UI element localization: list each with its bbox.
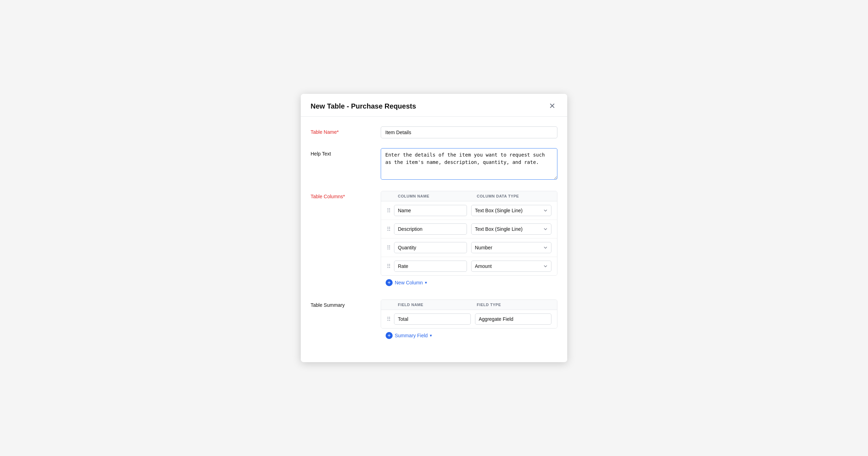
summary-field-type-input[interactable] [475, 313, 552, 325]
column-type-select[interactable]: Text Box (Single Line) Number Amount [471, 223, 552, 235]
drag-handle-icon[interactable]: ⠿ [387, 316, 391, 323]
table-row: ⠿ Text Box (Single Line) Number Amount [381, 257, 557, 275]
column-name-input[interactable] [394, 205, 467, 216]
chevron-down-icon: ▾ [425, 280, 427, 285]
drag-handle-icon[interactable]: ⠿ [387, 244, 391, 251]
column-name-input[interactable] [394, 261, 467, 272]
drag-handle-icon[interactable]: ⠿ [387, 226, 391, 233]
modal: New Table - Purchase Requests ✕ Table Na… [301, 94, 567, 362]
summary-name-header: FIELD NAME [398, 303, 473, 307]
summary-field-button[interactable]: + Summary Field ▾ [381, 329, 437, 343]
table-row: ⠿ [381, 310, 557, 328]
column-type-header: COLUMN DATA TYPE [477, 194, 551, 198]
drag-handle-icon[interactable]: ⠿ [387, 207, 391, 214]
new-column-label: New Column [395, 280, 423, 285]
columns-table: COLUMN NAME COLUMN DATA TYPE ⠿ Text Box … [381, 191, 557, 276]
modal-title: New Table - Purchase Requests [311, 102, 416, 110]
help-text-control: Enter the details of the item you want t… [381, 148, 557, 181]
plus-icon: + [386, 279, 393, 286]
modal-header: New Table - Purchase Requests ✕ [301, 94, 567, 117]
table-row: ⠿ Text Box (Single Line) Number Amount [381, 220, 557, 239]
drag-handle-icon[interactable]: ⠿ [387, 263, 391, 270]
summary-header: FIELD NAME FIELD TYPE [381, 300, 557, 310]
help-text-input[interactable]: Enter the details of the item you want t… [381, 148, 557, 180]
table-name-control [381, 126, 557, 138]
summary-type-header: FIELD TYPE [477, 303, 551, 307]
new-column-button[interactable]: + New Column ▾ [381, 276, 432, 290]
table-name-row: Table Name* [311, 126, 557, 138]
chevron-down-icon: ▾ [430, 333, 432, 338]
plus-icon: + [386, 332, 393, 339]
table-name-label: Table Name* [311, 126, 381, 135]
columns-header: COLUMN NAME COLUMN DATA TYPE [381, 191, 557, 201]
table-summary-control: FIELD NAME FIELD TYPE ⠿ + Summary Field … [381, 299, 557, 343]
close-button[interactable]: ✕ [547, 102, 557, 111]
table-summary-label: Table Summary [311, 299, 381, 308]
table-row: ⠿ Text Box (Single Line) Number Amount [381, 239, 557, 257]
table-columns-row: Table Columns* COLUMN NAME COLUMN DATA T… [311, 191, 557, 290]
column-name-header: COLUMN NAME [398, 194, 473, 198]
table-row: ⠿ Text Box (Single Line) Number Amount [381, 201, 557, 220]
column-type-select[interactable]: Text Box (Single Line) Number Amount [471, 205, 552, 216]
table-name-input[interactable] [381, 126, 557, 138]
summary-table: FIELD NAME FIELD TYPE ⠿ [381, 299, 557, 329]
column-type-select[interactable]: Text Box (Single Line) Number Amount [471, 261, 552, 272]
table-columns-control: COLUMN NAME COLUMN DATA TYPE ⠿ Text Box … [381, 191, 557, 290]
help-text-label: Help Text [311, 148, 381, 157]
column-name-input[interactable] [394, 223, 467, 235]
table-summary-row: Table Summary FIELD NAME FIELD TYPE ⠿ + [311, 299, 557, 343]
modal-body: Table Name* Help Text Enter the details … [301, 117, 567, 362]
summary-field-label: Summary Field [395, 333, 428, 338]
column-name-input[interactable] [394, 242, 467, 253]
column-type-select[interactable]: Text Box (Single Line) Number Amount [471, 242, 552, 253]
help-text-row: Help Text Enter the details of the item … [311, 148, 557, 181]
table-columns-label: Table Columns* [311, 191, 381, 199]
summary-field-name-input[interactable] [394, 313, 471, 325]
